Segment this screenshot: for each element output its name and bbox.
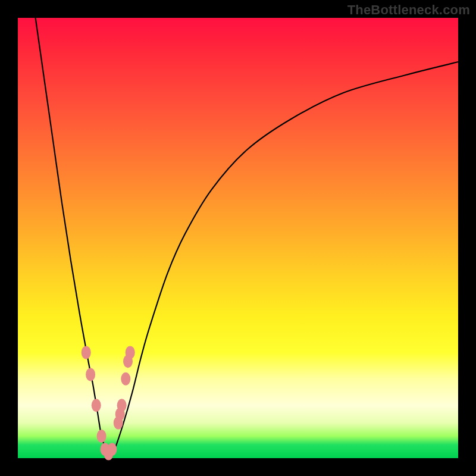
plot-area bbox=[18, 18, 458, 458]
marker-group bbox=[82, 346, 135, 460]
bottleneck-curve bbox=[36, 18, 458, 458]
marker-dot bbox=[107, 443, 117, 456]
chart-frame: TheBottleneck.com bbox=[0, 0, 476, 476]
marker-dot bbox=[121, 372, 130, 386]
marker-dot bbox=[92, 399, 101, 412]
marker-dot bbox=[97, 430, 107, 443]
marker-dot bbox=[86, 368, 95, 381]
marker-dot bbox=[82, 346, 91, 359]
curve-layer bbox=[18, 18, 458, 458]
marker-dot bbox=[117, 399, 127, 412]
marker-dot bbox=[126, 346, 135, 359]
watermark-text: TheBottleneck.com bbox=[347, 2, 470, 18]
